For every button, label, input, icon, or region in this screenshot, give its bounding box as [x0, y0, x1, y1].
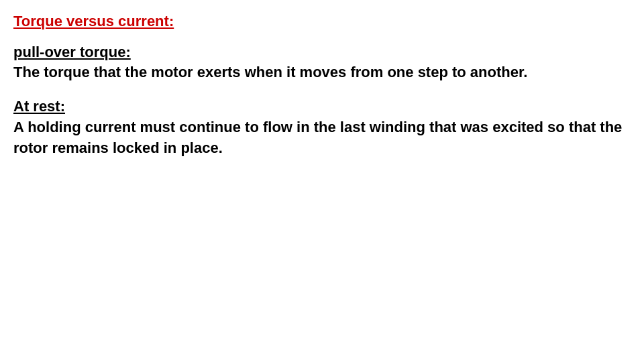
section-atrest: At rest: A holding current must continue…	[13, 97, 631, 158]
section-pullover-heading: pull-over torque:	[13, 42, 631, 63]
page-title: Torque versus current:	[13, 12, 631, 32]
section-pullover-body: The torque that the motor exerts when it…	[13, 62, 631, 83]
page-container: Torque versus current: pull-over torque:…	[0, 0, 644, 362]
section-atrest-body: A holding current must continue to flow …	[13, 117, 631, 159]
section-pullover: pull-over torque: The torque that the mo…	[13, 42, 631, 84]
section-atrest-heading: At rest:	[13, 97, 631, 117]
